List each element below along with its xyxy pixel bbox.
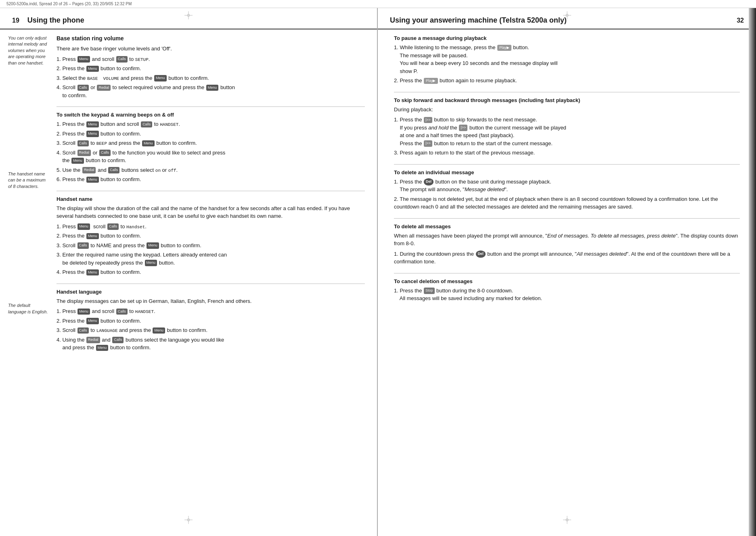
section-title-skip: To skip forward and backward through mes… <box>394 97 740 103</box>
step-item: 4. Press the Menu button to confirm. <box>57 268 365 276</box>
calls-icon: Calls <box>112 337 124 343</box>
right-main-content: To pause a message during playback 1. Wh… <box>378 35 756 310</box>
right-page-wrapper: Using your answering machine (Telstra 52… <box>378 8 756 536</box>
sidebar-note-3: The default language is English. <box>8 302 48 315</box>
step-item: 1. Press the |>> button to skip forwards… <box>394 116 740 147</box>
menu-icon: Menu <box>86 121 99 128</box>
step-item: 3. Select the BASE VOLUME and press the … <box>57 74 365 82</box>
right-page-number: 32 <box>737 17 744 24</box>
play-icon: Play▶ <box>424 78 438 84</box>
calls-icon: Calls <box>116 309 128 315</box>
delete-individual-steps: 1. Press the Del button on the base unit… <box>394 178 740 211</box>
step-item: 3. Scroll Calls to LANGUAGE and press th… <box>57 326 365 334</box>
left-page: 19 Using the phone You can only adjust i… <box>0 8 378 536</box>
left-sidebar: You can only adjust internal melody and … <box>0 35 52 528</box>
skip-icon: |>> <box>424 117 432 123</box>
calls-icon: Calls <box>99 150 111 156</box>
skip-steps: 1. Press the |>> button to skip forwards… <box>394 116 740 157</box>
skip-intro: During playback: <box>394 106 740 114</box>
section-keypad-beeps: To switch the keypad & warning beeps on … <box>57 112 365 184</box>
base-ring-intro: There are five base ringer volume levels… <box>57 45 365 53</box>
menu-icon: Menu <box>86 269 99 276</box>
section-delete-all: To delete all messages When all messages… <box>394 223 740 266</box>
divider <box>57 106 365 107</box>
menu-icon: Menu <box>154 75 167 81</box>
divider <box>394 218 740 219</box>
crosshair-bottom-left <box>184 516 193 524</box>
menu-icon: Menu <box>71 158 84 164</box>
step-item: 3. Enter the required name using the key… <box>57 251 365 267</box>
cancel-deletion-steps: 1. Press the Stop button during the 8-0 … <box>394 287 740 302</box>
menu-icon: Menu <box>77 223 90 230</box>
calls-icon: Calls <box>116 56 128 63</box>
menu-icon: Menu <box>142 140 155 147</box>
section-title-delete-individual: To delete an individual message <box>394 169 740 175</box>
divider <box>394 164 740 165</box>
step-item: 1. Press Menu and scroll Calls to SETUP. <box>57 55 365 63</box>
calls-icon: Calls <box>77 140 89 147</box>
step-item: 4. Scroll Redial or Calls to the functio… <box>57 149 365 165</box>
step-item: 3. Press again to return to the start of… <box>394 149 740 157</box>
section-title-handset-name: Handset name <box>57 196 365 202</box>
section-title-delete-all: To delete all messages <box>394 223 740 229</box>
menu-icon: Menu <box>145 260 157 266</box>
menu-icon: Menu <box>206 85 219 91</box>
delete-all-step: 1. During the countdown press the Del bu… <box>394 250 740 266</box>
step-item: 2. Press the Play▶ button again to resum… <box>394 77 740 85</box>
sidebar-note-2: The handset name can be a maximum of 8 c… <box>8 171 48 190</box>
menu-icon: Menu <box>77 56 90 63</box>
calls-icon: Calls <box>108 167 119 173</box>
step-item: 3. Scroll Calls to BEEP and press the Me… <box>57 139 365 147</box>
play-icon: Play▶ <box>497 45 511 51</box>
menu-icon: Menu <box>86 233 99 240</box>
divider <box>57 191 365 191</box>
divider <box>57 284 365 284</box>
redial-icon: Redial <box>86 337 100 343</box>
section-title-cancel-deletion: To cancel deletion of messages <box>394 278 740 284</box>
menu-icon: Menu <box>86 66 99 72</box>
step-item: 4. Scroll Calls or Redial to select requ… <box>57 83 365 99</box>
section-title-handset-language: Handset language <box>57 289 365 295</box>
crosshair-bottom-right <box>563 516 571 524</box>
redial-icon: Redial <box>77 150 91 156</box>
delete-all-intro: When all messages have been played the p… <box>394 232 740 248</box>
pause-steps: 1. While listening to the message, press… <box>394 44 740 85</box>
right-page: Using your answering machine (Telstra 52… <box>378 8 756 318</box>
menu-icon: Menu <box>153 327 165 334</box>
menu-icon: Menu <box>86 131 99 137</box>
step-item: 5. Use the Redial and Calls buttons sele… <box>57 166 365 174</box>
calls-icon: Calls <box>77 327 89 334</box>
handset-name-intro: The display will show the duration of th… <box>57 204 365 220</box>
crosshair-top-right <box>563 11 571 19</box>
calls-icon: Calls <box>141 121 152 128</box>
section-pause-message: To pause a message during playback 1. Wh… <box>394 35 740 85</box>
base-ring-steps: 1. Press Menu and scroll Calls to SETUP.… <box>57 55 365 100</box>
step-item: 4. Using the Redial and Calls buttons se… <box>57 336 365 352</box>
left-main-content: Base station ring volume There are five … <box>52 35 377 528</box>
crosshair-top-left <box>184 11 193 19</box>
step-item: 2. The message is not deleted yet, but a… <box>394 195 740 211</box>
section-handset-name: Handset name The display will show the d… <box>57 196 365 276</box>
section-cancel-deletion: To cancel deletion of messages 1. Press … <box>394 278 740 302</box>
skip-icon: |>> <box>424 140 432 147</box>
step-item: 1. While listening to the message, press… <box>394 44 740 75</box>
file-info: 5200-5200a.indd, Spread 20 of 26 – Pages… <box>6 2 132 6</box>
step-item: 1. Press the Menu button and scroll Call… <box>57 120 365 128</box>
left-content-area: You can only adjust internal melody and … <box>0 35 377 528</box>
section-base-station-ring-volume: Base station ring volume There are five … <box>57 35 365 99</box>
handset-name-steps: 1. Press Menu scroll Calls to Handset. 2… <box>57 223 365 276</box>
step-item: 1. Press Menu scroll Calls to Handset. <box>57 223 365 231</box>
menu-icon: Menu <box>86 177 99 183</box>
step-item: 6. Press the Menu button to confirm. <box>57 175 365 184</box>
stop-icon: Stop <box>424 288 435 294</box>
skip-icon: |>> <box>459 125 467 131</box>
step-item: 1. Press the Del button on the base unit… <box>394 178 740 194</box>
left-page-number: 19 <box>12 17 19 24</box>
divider <box>394 273 740 273</box>
calls-icon: Calls <box>77 242 89 249</box>
calls-icon: Calls <box>107 223 119 230</box>
right-edge-stripe <box>749 8 756 536</box>
left-page-title: Using the phone <box>27 16 84 25</box>
step-item: 2. Press the Menu button to confirm. <box>57 130 365 138</box>
redial-icon: Redial <box>97 85 111 91</box>
